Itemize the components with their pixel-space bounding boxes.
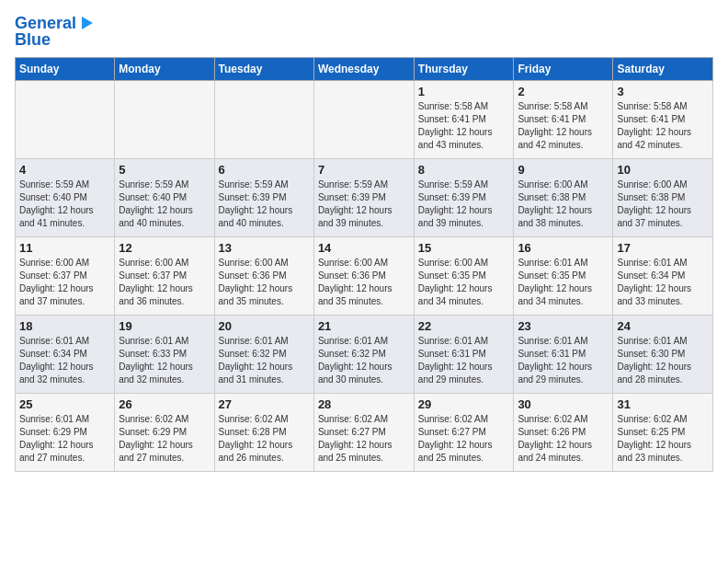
calendar-week-row: 11Sunrise: 6:00 AM Sunset: 6:37 PM Dayli… xyxy=(16,236,713,315)
logo: General Blue xyxy=(15,15,95,50)
calendar-cell: 9Sunrise: 6:00 AM Sunset: 6:38 PM Daylig… xyxy=(514,158,613,236)
day-info: Sunrise: 6:00 AM Sunset: 6:36 PM Dayligh… xyxy=(219,257,310,308)
calendar-cell: 17Sunrise: 6:01 AM Sunset: 6:34 PM Dayli… xyxy=(613,236,713,315)
day-number: 1 xyxy=(418,85,510,98)
day-info: Sunrise: 5:59 AM Sunset: 6:39 PM Dayligh… xyxy=(318,178,410,230)
day-number: 4 xyxy=(19,163,110,177)
column-header-thursday: Thursday xyxy=(414,57,514,80)
calendar-cell: 1Sunrise: 5:58 AM Sunset: 6:41 PM Daylig… xyxy=(414,80,514,158)
calendar-cell: 19Sunrise: 6:01 AM Sunset: 6:33 PM Dayli… xyxy=(115,315,214,393)
calendar-cell: 2Sunrise: 5:58 AM Sunset: 6:41 PM Daylig… xyxy=(514,80,613,158)
day-info: Sunrise: 6:02 AM Sunset: 6:28 PM Dayligh… xyxy=(219,413,310,465)
svg-marker-0 xyxy=(82,17,93,29)
day-number: 10 xyxy=(617,163,709,177)
day-number: 27 xyxy=(219,397,310,411)
calendar-cell: 8Sunrise: 5:59 AM Sunset: 6:39 PM Daylig… xyxy=(414,158,514,236)
calendar-cell xyxy=(313,80,414,158)
calendar-table: SundayMondayTuesdayWednesdayThursdayFrid… xyxy=(15,57,713,472)
calendar-cell: 16Sunrise: 6:01 AM Sunset: 6:35 PM Dayli… xyxy=(514,236,613,315)
calendar-cell xyxy=(16,80,115,158)
day-info: Sunrise: 5:59 AM Sunset: 6:40 PM Dayligh… xyxy=(119,178,210,230)
day-info: Sunrise: 6:02 AM Sunset: 6:29 PM Dayligh… xyxy=(119,413,210,465)
calendar-cell: 5Sunrise: 5:59 AM Sunset: 6:40 PM Daylig… xyxy=(115,158,214,236)
calendar-cell: 27Sunrise: 6:02 AM Sunset: 6:28 PM Dayli… xyxy=(214,393,313,471)
page-header: General Blue xyxy=(15,15,713,50)
day-number: 3 xyxy=(617,85,709,98)
day-number: 23 xyxy=(518,319,609,333)
day-number: 14 xyxy=(318,241,410,255)
day-number: 13 xyxy=(219,241,310,255)
day-number: 8 xyxy=(418,163,510,177)
day-info: Sunrise: 6:00 AM Sunset: 6:37 PM Dayligh… xyxy=(119,257,210,308)
calendar-cell: 14Sunrise: 6:00 AM Sunset: 6:36 PM Dayli… xyxy=(313,236,414,315)
logo-blue-text: Blue xyxy=(15,31,51,50)
calendar-cell: 11Sunrise: 6:00 AM Sunset: 6:37 PM Dayli… xyxy=(16,236,115,315)
calendar-week-row: 25Sunrise: 6:01 AM Sunset: 6:29 PM Dayli… xyxy=(16,393,713,471)
day-number: 30 xyxy=(518,397,609,411)
column-header-monday: Monday xyxy=(115,57,214,80)
day-number: 5 xyxy=(119,163,210,177)
day-info: Sunrise: 6:01 AM Sunset: 6:31 PM Dayligh… xyxy=(518,335,609,386)
column-header-saturday: Saturday xyxy=(613,57,713,80)
calendar-cell: 13Sunrise: 6:00 AM Sunset: 6:36 PM Dayli… xyxy=(214,236,313,315)
calendar-cell: 10Sunrise: 6:00 AM Sunset: 6:38 PM Dayli… xyxy=(613,158,713,236)
column-header-friday: Friday xyxy=(514,57,613,80)
calendar-header-row: SundayMondayTuesdayWednesdayThursdayFrid… xyxy=(16,57,713,80)
day-info: Sunrise: 6:00 AM Sunset: 6:38 PM Dayligh… xyxy=(518,178,609,230)
calendar-cell: 18Sunrise: 6:01 AM Sunset: 6:34 PM Dayli… xyxy=(16,315,115,393)
day-info: Sunrise: 5:59 AM Sunset: 6:39 PM Dayligh… xyxy=(418,178,510,230)
day-info: Sunrise: 6:00 AM Sunset: 6:37 PM Dayligh… xyxy=(19,257,110,308)
calendar-cell: 23Sunrise: 6:01 AM Sunset: 6:31 PM Dayli… xyxy=(514,315,613,393)
day-number: 6 xyxy=(219,163,310,177)
calendar-cell: 26Sunrise: 6:02 AM Sunset: 6:29 PM Dayli… xyxy=(115,393,214,471)
column-header-tuesday: Tuesday xyxy=(214,57,313,80)
calendar-cell xyxy=(214,80,313,158)
day-number: 20 xyxy=(219,319,310,333)
day-number: 12 xyxy=(119,241,210,255)
calendar-cell: 12Sunrise: 6:00 AM Sunset: 6:37 PM Dayli… xyxy=(115,236,214,315)
day-info: Sunrise: 6:00 AM Sunset: 6:38 PM Dayligh… xyxy=(617,178,709,230)
calendar-cell: 15Sunrise: 6:00 AM Sunset: 6:35 PM Dayli… xyxy=(414,236,514,315)
day-number: 17 xyxy=(617,241,709,255)
column-header-wednesday: Wednesday xyxy=(313,57,414,80)
calendar-cell: 25Sunrise: 6:01 AM Sunset: 6:29 PM Dayli… xyxy=(16,393,115,471)
day-number: 9 xyxy=(518,163,609,177)
day-info: Sunrise: 5:58 AM Sunset: 6:41 PM Dayligh… xyxy=(418,100,510,152)
day-info: Sunrise: 6:01 AM Sunset: 6:32 PM Dayligh… xyxy=(318,335,410,386)
day-info: Sunrise: 5:58 AM Sunset: 6:41 PM Dayligh… xyxy=(518,100,609,152)
calendar-cell: 24Sunrise: 6:01 AM Sunset: 6:30 PM Dayli… xyxy=(613,315,713,393)
day-info: Sunrise: 6:01 AM Sunset: 6:29 PM Dayligh… xyxy=(19,413,110,465)
calendar-cell: 30Sunrise: 6:02 AM Sunset: 6:26 PM Dayli… xyxy=(514,393,613,471)
day-number: 2 xyxy=(518,85,609,98)
calendar-cell xyxy=(115,80,214,158)
calendar-cell: 22Sunrise: 6:01 AM Sunset: 6:31 PM Dayli… xyxy=(414,315,514,393)
calendar-cell: 20Sunrise: 6:01 AM Sunset: 6:32 PM Dayli… xyxy=(214,315,313,393)
day-info: Sunrise: 6:01 AM Sunset: 6:31 PM Dayligh… xyxy=(418,335,510,386)
day-number: 31 xyxy=(617,397,709,411)
calendar-cell: 21Sunrise: 6:01 AM Sunset: 6:32 PM Dayli… xyxy=(313,315,414,393)
day-number: 19 xyxy=(119,319,210,333)
day-number: 26 xyxy=(119,397,210,411)
day-info: Sunrise: 6:02 AM Sunset: 6:26 PM Dayligh… xyxy=(518,413,609,465)
calendar-cell: 4Sunrise: 5:59 AM Sunset: 6:40 PM Daylig… xyxy=(16,158,115,236)
calendar-cell: 31Sunrise: 6:02 AM Sunset: 6:25 PM Dayli… xyxy=(613,393,713,471)
day-info: Sunrise: 6:02 AM Sunset: 6:27 PM Dayligh… xyxy=(318,413,410,465)
day-info: Sunrise: 6:02 AM Sunset: 6:27 PM Dayligh… xyxy=(418,413,510,465)
logo-arrow-icon xyxy=(78,15,95,31)
day-info: Sunrise: 6:01 AM Sunset: 6:33 PM Dayligh… xyxy=(119,335,210,386)
day-number: 21 xyxy=(318,319,410,333)
day-info: Sunrise: 6:00 AM Sunset: 6:36 PM Dayligh… xyxy=(318,257,410,308)
calendar-cell: 29Sunrise: 6:02 AM Sunset: 6:27 PM Dayli… xyxy=(414,393,514,471)
day-info: Sunrise: 6:01 AM Sunset: 6:34 PM Dayligh… xyxy=(19,335,110,386)
day-number: 24 xyxy=(617,319,709,333)
day-info: Sunrise: 6:01 AM Sunset: 6:35 PM Dayligh… xyxy=(518,257,609,308)
day-number: 25 xyxy=(19,397,110,411)
day-info: Sunrise: 5:59 AM Sunset: 6:39 PM Dayligh… xyxy=(219,178,310,230)
day-number: 29 xyxy=(418,397,510,411)
day-info: Sunrise: 5:58 AM Sunset: 6:41 PM Dayligh… xyxy=(617,100,709,152)
day-info: Sunrise: 6:01 AM Sunset: 6:34 PM Dayligh… xyxy=(617,257,709,308)
day-number: 7 xyxy=(318,163,410,177)
day-info: Sunrise: 5:59 AM Sunset: 6:40 PM Dayligh… xyxy=(19,178,110,230)
day-info: Sunrise: 6:01 AM Sunset: 6:32 PM Dayligh… xyxy=(219,335,310,386)
day-number: 28 xyxy=(318,397,410,411)
